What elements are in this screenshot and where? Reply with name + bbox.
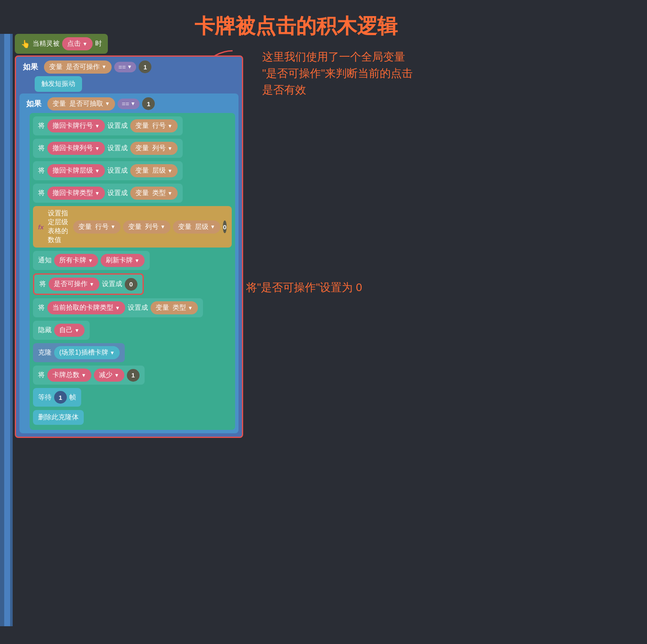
set-type-var[interactable]: 撤回卡牌类型 ▼ <box>47 187 105 200</box>
set-current-type-var[interactable]: 当前拾取的卡牌类型 ▼ <box>47 301 125 314</box>
notify-action[interactable]: 刷新卡牌 ▼ <box>101 254 145 267</box>
trigger-prefix: 当精灵被 <box>33 39 60 48</box>
set-row-block: 将 撤回卡牌行号 ▼ 设置成 变量 行号 ▼ <box>33 116 183 135</box>
var-dropdown-2: ▼ <box>105 101 110 107</box>
set-current-type-val[interactable]: 变量 类型 ▼ <box>151 301 198 314</box>
delete-clone-block: 删除此克隆体 <box>33 410 84 425</box>
set-operable-block: 将 是否可操作 ▼ 设置成 0 <box>33 273 144 295</box>
set-col-block: 将 撤回卡牌列号 ▼ 设置成 变量 列号 ▼ <box>33 139 183 158</box>
if-label-1: 如果 <box>19 60 41 74</box>
set-row-var[interactable]: 撤回卡牌行号 ▼ <box>47 119 105 132</box>
set-col-var[interactable]: 撤回卡牌列号 ▼ <box>47 142 105 155</box>
clone-block: 克隆 (场景1)插槽卡牌 ▼ <box>33 343 125 362</box>
set-col-val[interactable]: 变量 列号 ▼ <box>130 142 178 155</box>
op-pill-2[interactable]: == ▼ <box>118 99 140 109</box>
fx-val: 0 <box>223 220 227 233</box>
set-operable-val: 0 <box>125 278 137 291</box>
val-circle-1: 1 <box>139 61 151 73</box>
notify-target[interactable]: 所有卡牌 ▼ <box>54 254 98 267</box>
set-level-var[interactable]: 撤回卡牌层级 ▼ <box>47 164 105 177</box>
fx-icon: fx <box>38 223 44 231</box>
var-pill-2[interactable]: 变量 是否可抽取 ▼ <box>47 97 115 110</box>
set-operable-var[interactable]: 是否可操作 ▼ <box>49 278 99 291</box>
set-total-block: 将 卡牌总数 ▼ 减少 ▼ 1 <box>33 366 145 385</box>
wait-val: 1 <box>54 391 67 404</box>
set-current-type-block: 将 当前拾取的卡牌类型 ▼ 设置成 变量 类型 ▼ <box>33 298 203 317</box>
trigger-dropdown-icon: ▼ <box>82 41 88 47</box>
set-level-val[interactable]: 变量 层级 ▼ <box>130 164 178 177</box>
annotation-1: 这里我们使用了一个全局变量"是否可操作"来判断当前的点击是否有效 <box>262 49 413 98</box>
op-pill-1[interactable]: == ▼ <box>114 62 136 72</box>
set-total-var[interactable]: 卡牌总数 ▼ <box>47 369 91 382</box>
trigger-suffix: 时 <box>95 39 102 48</box>
trigger-block: 👆 当精灵被 点击 ▼ 时 <box>15 34 108 54</box>
fx-var2[interactable]: 变量 列号 ▼ <box>123 220 170 234</box>
vibrate-block: 触发短振动 <box>35 76 82 92</box>
fx-block: fx 设置指定层级表格的数值 变量 行号 ▼ 变量 列号 ▼ 变量 层级 <box>33 206 232 248</box>
var-dropdown-1: ▼ <box>101 64 107 70</box>
notify-block: 通知 所有卡牌 ▼ 刷新卡牌 ▼ <box>33 251 150 270</box>
hide-target[interactable]: 自己 ▼ <box>54 324 85 337</box>
set-total-val: 1 <box>127 369 140 382</box>
if-block-1: 如果 变量 是否可操作 ▼ == ▼ 1 触发短振动 如果 变量 <box>15 55 243 438</box>
set-row-val[interactable]: 变量 行号 ▼ <box>130 119 178 132</box>
wait-block: 等待 1 帧 <box>33 388 81 407</box>
inner-teal-container: 将 撤回卡牌行号 ▼ 设置成 变量 行号 ▼ 将 <box>30 113 235 430</box>
trigger-action[interactable]: 点击 ▼ <box>62 37 93 50</box>
set-level-block: 将 撤回卡牌层级 ▼ 设置成 变量 层级 ▼ <box>33 161 183 180</box>
if-block-2: 如果 变量 是否可抽取 ▼ == ▼ 1 将 撤回卡牌行号 <box>19 94 239 433</box>
hide-block: 隐藏 自己 ▼ <box>33 321 90 340</box>
var-pill-1[interactable]: 变量 是否可操作 ▼ <box>44 61 112 74</box>
if-label-2: 如果 <box>23 97 45 110</box>
val-circle-2: 1 <box>142 97 155 110</box>
set-type-val[interactable]: 变量 类型 ▼ <box>130 187 178 200</box>
fx-var1[interactable]: 变量 行号 ▼ <box>73 220 121 234</box>
left-sidebar-inner <box>4 34 10 626</box>
set-type-block: 将 撤回卡牌类型 ▼ 设置成 变量 类型 ▼ <box>33 184 183 203</box>
fx-var3[interactable]: 变量 层级 ▼ <box>173 220 220 234</box>
clone-target[interactable]: (场景1)插槽卡牌 ▼ <box>54 346 120 359</box>
set-total-action[interactable]: 减少 ▼ <box>94 369 124 382</box>
